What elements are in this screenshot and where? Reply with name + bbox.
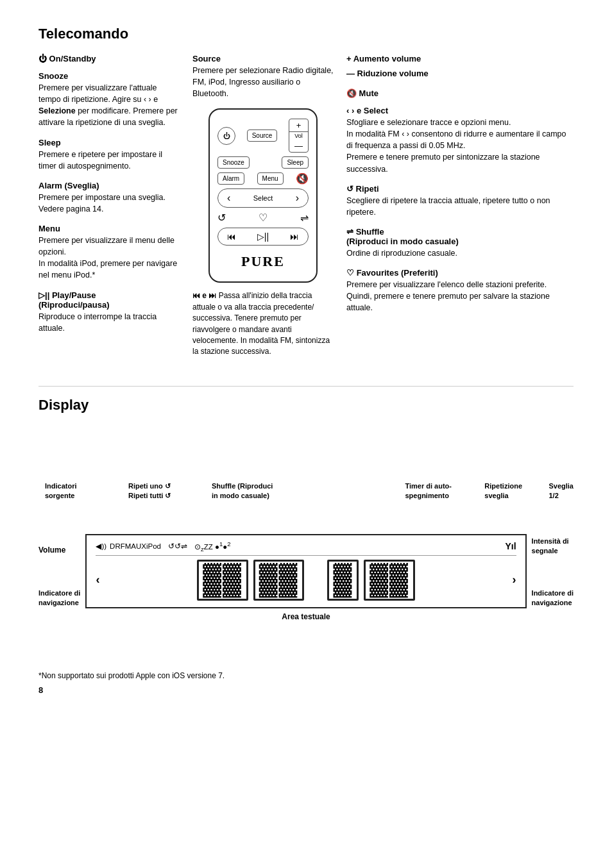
playpause-body: Riproduce o interrompe la traccia attual… bbox=[38, 311, 180, 334]
source-body: Premere per selezionare Radio digitale, … bbox=[192, 65, 334, 99]
screen-row1: ◀)) DRFMAUXiPod ↺↺⇌ ⊙zZZ ●1●2 Yıl bbox=[96, 540, 516, 556]
signal-right-label: Intensità disegnale bbox=[532, 537, 574, 556]
next-button[interactable]: ⏭ bbox=[290, 231, 299, 242]
ripeti-body: Scegliere di ripetere la traccia attuale… bbox=[346, 195, 574, 218]
display-section: Display Indicatori sorgente Ripeti uno ↺… bbox=[38, 386, 574, 660]
vol-label: Vol bbox=[289, 132, 308, 140]
label-shuffle: Shuffle (Riproduci in modo casuale) bbox=[212, 481, 273, 501]
plus-title: + Aumento volume bbox=[346, 54, 574, 63]
remote-row-2: Snooze Sleep bbox=[217, 156, 309, 169]
chevron-left-button[interactable]: ‹ bbox=[227, 192, 230, 204]
menu-body: Premere per visualizzare il menu delle o… bbox=[38, 235, 180, 281]
col2: Source Premere per selezionare Radio dig… bbox=[192, 54, 334, 367]
sleep-title: Sleep bbox=[38, 138, 180, 147]
repeat-shuffle-indicators: ↺↺⇌ bbox=[168, 542, 187, 551]
label-ripeti: Ripeti uno ↺ Ripeti tutti ↺ bbox=[128, 481, 171, 501]
sleep-body: Premere e ripetere per impostare il time… bbox=[38, 149, 180, 172]
shuffle-title: ⇌ Shuffle(Riproduci in modo casuale) bbox=[346, 227, 574, 246]
area-label: Area testuale bbox=[38, 612, 574, 621]
left-labels: Volume Indicatore dinavigazione bbox=[38, 534, 85, 608]
speaker-icon: ◀)) bbox=[96, 542, 106, 551]
playpause-button[interactable]: ▷|| bbox=[257, 231, 269, 242]
source-indicators: DRFMAUXiPod bbox=[110, 542, 161, 550]
shuffle-body: Ordine di riproduzione casuale. bbox=[346, 247, 574, 259]
select-row: ‹ Select › bbox=[217, 188, 309, 208]
nav-left-chevron: ‹ bbox=[96, 573, 99, 587]
alarm-button[interactable]: Alarm bbox=[217, 172, 244, 185]
source-label: Source bbox=[252, 132, 273, 139]
alarm-title: Alarm (Sveglia) bbox=[38, 181, 180, 190]
snooze-button[interactable]: Snooze bbox=[217, 156, 250, 169]
heart-button[interactable]: ♡ bbox=[259, 212, 268, 224]
screen-big-text: ▓▓ ▓▓ ▓ ▓▓ bbox=[197, 560, 415, 601]
page-number: 8 bbox=[38, 685, 574, 695]
label-indicatori: Indicatori sorgente bbox=[45, 481, 77, 501]
col3: + Aumento volume — Riduzione volume 🔇 Mu… bbox=[346, 54, 574, 367]
display-title: Display bbox=[38, 397, 574, 413]
right-labels: Intensità disegnale Indicatore dinavigaz… bbox=[527, 534, 574, 608]
favourites-title: ♡ Favourites (Preferiti) bbox=[346, 268, 574, 278]
remote-row-1: ⏻ Source + Vol — bbox=[217, 119, 309, 153]
minus-title: — Riduzione volume bbox=[346, 69, 574, 78]
remote-control: ⏻ Source + Vol — Snooze Sleep bbox=[192, 108, 334, 283]
alarm-body: Premere per impostare una sveglia. Veder… bbox=[38, 192, 180, 215]
snooze-body: Premere per visualizzare l'attuale tempo… bbox=[38, 82, 180, 129]
favourites-body: Premere per visualizzare l'elenco delle … bbox=[346, 279, 574, 313]
main-content: ⏻ On/Standby Snooze Premere per visualiz… bbox=[38, 54, 574, 367]
nav-right-label: Indicatore dinavigazione bbox=[532, 588, 574, 608]
nav-left-label: Indicatore dinavigazione bbox=[38, 588, 80, 608]
vol-up-button[interactable]: + bbox=[289, 119, 308, 132]
power-button[interactable]: ⏻ bbox=[217, 127, 235, 145]
display-screen: ◀)) DRFMAUXiPod ↺↺⇌ ⊙zZZ ●1●2 Yıl ‹ ▓▓ ▓… bbox=[85, 534, 526, 608]
source-title: Source bbox=[192, 54, 334, 63]
media-row: ⏮ ▷|| ⏭ bbox=[217, 228, 309, 246]
label-sveglia: Sveglia 1/2 bbox=[548, 481, 574, 501]
chevron-right-button[interactable]: › bbox=[296, 192, 299, 204]
snooze-title: Snooze bbox=[38, 71, 180, 81]
ripeti-title: ↺ Ripeti bbox=[346, 184, 574, 194]
select-button[interactable]: Select bbox=[253, 194, 273, 202]
page-title: Telecomando bbox=[38, 26, 574, 42]
volume-buttons: + Vol — bbox=[289, 119, 309, 153]
nav-right-chevron: › bbox=[513, 573, 516, 587]
mute-title: 🔇 Mute bbox=[346, 88, 574, 98]
col1: ⏻ On/Standby Snooze Premere per visualiz… bbox=[38, 54, 180, 367]
display-screen-row: Volume Indicatore dinavigazione ◀)) DRFM… bbox=[38, 534, 574, 608]
pure-logo: PURE bbox=[241, 253, 285, 270]
menu-button[interactable]: Menu bbox=[257, 172, 284, 185]
source-button[interactable]: Source bbox=[247, 129, 278, 142]
display-diagram-wrapper: Indicatori sorgente Ripeti uno ↺ Ripeti … bbox=[38, 424, 574, 660]
volume-label: Volume bbox=[38, 546, 80, 555]
mute-button[interactable]: 🔇 bbox=[296, 172, 309, 185]
label-timer: Timer di auto- spegnimento bbox=[405, 481, 452, 501]
signal-strength-icon: Yıl bbox=[505, 541, 516, 551]
select-body: Sfogliare e selezionare tracce e opzioni… bbox=[346, 117, 574, 175]
top-annotations: Indicatori sorgente Ripeti uno ↺ Ripeti … bbox=[38, 481, 574, 533]
timer-indicators: ⊙zZZ ●1●2 bbox=[194, 540, 231, 553]
vol-down-button[interactable]: — bbox=[289, 140, 308, 152]
power-icon: ⏻ bbox=[223, 132, 230, 140]
kk-caption: ⏮ e ⏭ Passa all'inizio della traccia att… bbox=[192, 290, 334, 357]
footnote: *Non supportato sui prodotti Apple con i… bbox=[38, 671, 574, 680]
shuffle-button[interactable]: ⇌ bbox=[300, 212, 309, 224]
label-ripetizione: Ripetizione sveglia bbox=[484, 481, 522, 501]
menu-title: Menu bbox=[38, 224, 180, 233]
playpause-title: ▷|| Play/Pause(Riproduci/pausa) bbox=[38, 290, 180, 310]
sleep-button[interactable]: Sleep bbox=[282, 156, 309, 169]
prev-button[interactable]: ⏮ bbox=[227, 231, 236, 242]
select-title: ‹ › e Select bbox=[346, 106, 574, 115]
remote-row-5: ↺ ♡ ⇌ bbox=[217, 212, 309, 224]
remote-body: ⏻ Source + Vol — Snooze Sleep bbox=[208, 108, 318, 283]
repeat-button[interactable]: ↺ bbox=[217, 212, 226, 224]
screen-row2: ‹ ▓▓ ▓▓ ▓ ▓▓ › bbox=[96, 560, 516, 601]
on-standby-title: ⏻ On/Standby bbox=[38, 54, 180, 63]
remote-row-3: Alarm Menu 🔇 bbox=[217, 172, 309, 185]
